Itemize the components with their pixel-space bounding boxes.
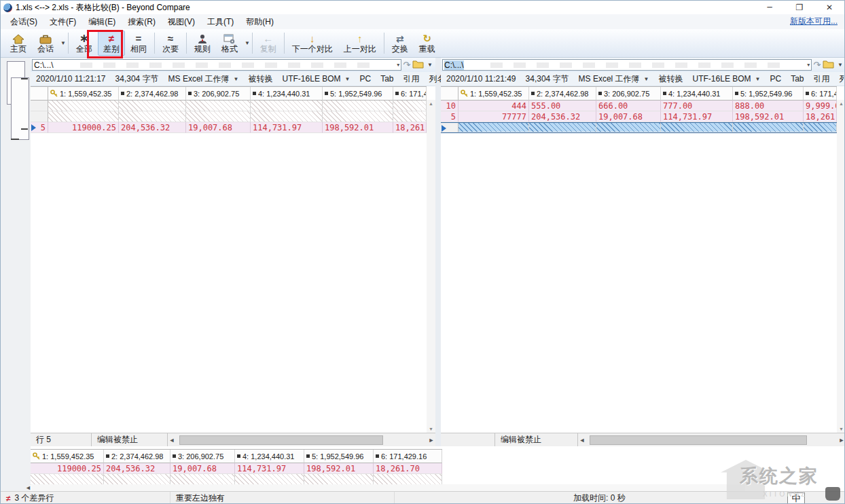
session-button[interactable]: 会话 xyxy=(32,31,59,56)
left-line-ending[interactable]: PC xyxy=(359,74,371,84)
show-same-button[interactable]: = 相同 xyxy=(125,31,152,56)
diff-cell: 18,261.7 xyxy=(804,111,837,122)
rules-button[interactable]: 规则 xyxy=(189,31,216,56)
home-button[interactable]: 主页 xyxy=(5,31,32,56)
left-vertical-scrollbar[interactable]: ▲▼ xyxy=(427,100,435,433)
combo-dropdown-icon[interactable]: ▾ xyxy=(397,62,399,68)
pane-divider[interactable] xyxy=(435,58,441,446)
column-header[interactable]: 5: 1,952,549.96 xyxy=(304,450,374,463)
format-dropdown-icon[interactable]: ▼ xyxy=(644,76,649,82)
column-type-icon xyxy=(395,92,399,95)
shortcut-icon[interactable]: ↷ xyxy=(813,60,821,70)
swap-sides-button[interactable]: ⇄ 交换 xyxy=(386,31,414,56)
right-quoting[interactable]: 引用 xyxy=(814,73,830,85)
menu-file[interactable]: 文件(F) xyxy=(44,15,82,29)
left-pane-statusbar: 行 5 编辑被禁止 ◄ ► xyxy=(31,433,435,446)
browse-dropdown-icon[interactable]: ▼ xyxy=(427,62,433,68)
left-format-select[interactable]: MS Excel 工作簿 xyxy=(168,73,230,85)
scrollbar-thumb[interactable] xyxy=(590,435,807,445)
column-header[interactable]: 4: 1,234,440.31 xyxy=(661,87,733,101)
column-header[interactable]: 2: 2,374,462.98 xyxy=(119,87,186,101)
combo-dropdown-icon[interactable]: ▾ xyxy=(807,62,810,68)
browse-dropdown-icon[interactable]: ▼ xyxy=(838,62,843,68)
right-horizontal-scrollbar[interactable]: ◄ ► xyxy=(578,433,845,446)
show-all-button[interactable]: ∗ 全部 xyxy=(71,31,98,56)
column-header[interactable]: 5: 1,952,549.96 xyxy=(733,87,804,101)
right-path-combo[interactable]: C:\...\ ▾ xyxy=(442,59,812,71)
column-type-icon xyxy=(121,92,124,95)
title-bar[interactable]: 1.xls <--> 2.xls - 表格比较(B) - Beyond Comp… xyxy=(1,1,844,14)
left-encoding-select[interactable]: UTF-16LE BOM xyxy=(283,74,341,84)
menu-tools[interactable]: 工具(T) xyxy=(202,15,239,29)
scroll-right-icon: ► xyxy=(838,437,845,444)
show-differences-button[interactable]: ≠ 差别 xyxy=(98,31,125,56)
copy-button[interactable]: ← 复制 xyxy=(255,31,282,56)
show-minor-button[interactable]: ≈ 次要 xyxy=(157,31,184,56)
right-delimiter[interactable]: Tab xyxy=(791,74,804,84)
diff-cell: 198,592.01 xyxy=(733,111,804,122)
menu-search[interactable]: 搜索(R) xyxy=(122,15,161,29)
session-dropdown-icon[interactable]: ▼ xyxy=(60,40,66,46)
right-row-5[interactable]: 5 77777 204,536.32 19,007.68 114,731.97 … xyxy=(441,111,837,122)
left-gap-row[interactable] xyxy=(31,101,427,111)
menu-view[interactable]: 视图(V) xyxy=(162,15,200,29)
column-header[interactable]: 1: 1,559,452.35 xyxy=(459,87,529,101)
scrollbar-thumb[interactable] xyxy=(179,435,383,445)
next-difference-button[interactable]: ↓ 下一个对比 xyxy=(287,31,338,56)
right-line-ending[interactable]: PC xyxy=(770,74,781,84)
column-header[interactable]: 4: 1,234,440.31 xyxy=(235,450,304,463)
menu-edit[interactable]: 编辑(E) xyxy=(83,15,121,29)
column-header[interactable]: 2: 2,374,462.98 xyxy=(104,450,170,463)
column-header[interactable]: 3: 206,902.75 xyxy=(596,87,661,101)
left-horizontal-scrollbar[interactable]: ◄ ► xyxy=(168,433,435,446)
diff-cell: 198,592.01 xyxy=(304,463,374,474)
left-gap-row[interactable] xyxy=(31,111,427,122)
shortcut-icon[interactable]: ↷ xyxy=(403,60,410,70)
left-delimiter[interactable]: Tab xyxy=(380,74,393,84)
left-row-5[interactable]: 5 119000.25 204,536.32 19,007.68 114,731… xyxy=(31,122,427,133)
format-dropdown-icon[interactable]: ▼ xyxy=(234,76,239,82)
right-format-select[interactable]: MS Excel 工作簿 xyxy=(579,73,640,85)
encoding-dropdown-icon[interactable]: ▼ xyxy=(345,76,350,82)
column-header[interactable]: 3: 206,902.75 xyxy=(186,87,251,101)
right-row-10[interactable]: 10 444 555.00 666.00 777.00 888.00 9,999… xyxy=(441,101,837,111)
left-file-info: 2020/1/10 11:21:17 34,304 字节 MS Excel 工作… xyxy=(31,72,435,86)
menu-session[interactable]: 会话(S) xyxy=(5,15,43,29)
browse-folder-icon[interactable] xyxy=(412,60,424,71)
right-col-names[interactable]: 列名称 xyxy=(840,73,845,85)
reload-button[interactable]: ↻ 重载 xyxy=(414,31,441,56)
column-header[interactable]: 3: 206,902.75 xyxy=(170,450,235,463)
format-dropdown-icon[interactable]: ▼ xyxy=(245,40,250,46)
left-path-combo[interactable]: C:\...\ ▾ xyxy=(32,59,401,71)
restore-button[interactable]: ❐ xyxy=(785,1,814,14)
diff-cell: 777.00 xyxy=(661,101,733,111)
new-version-link[interactable]: 新版本可用... xyxy=(790,16,838,27)
right-vertical-scrollbar[interactable]: ▲▼ xyxy=(837,100,845,433)
alignment-overview-strip[interactable] xyxy=(1,58,31,491)
column-header[interactable]: 1: 1,559,452.35 xyxy=(48,87,119,101)
format-button[interactable]: 格式 xyxy=(216,31,243,56)
left-quoting[interactable]: 引用 xyxy=(403,73,420,85)
browse-folder-icon[interactable] xyxy=(823,60,834,71)
column-header[interactable]: 6: 171,4 xyxy=(393,87,427,101)
ime-indicator[interactable]: 中 xyxy=(787,492,805,504)
detail-row[interactable]: 119000.25 204,536.32 19,007.68 114,731.9… xyxy=(31,463,442,474)
column-header[interactable]: 6: 171,4 xyxy=(804,87,837,101)
right-encoding-select[interactable]: UTF-16LE BOM xyxy=(693,74,751,84)
diff-cell: 204,536.32 xyxy=(529,111,596,122)
diff-count-label: 3 个差异行 xyxy=(15,492,54,504)
diff-cell: 119000.25 xyxy=(31,463,104,474)
column-header[interactable]: 2: 2,374,462.98 xyxy=(529,87,596,101)
close-button[interactable]: ✕ xyxy=(814,1,844,14)
minimize-button[interactable]: ─ xyxy=(755,1,785,14)
column-header[interactable]: 5: 1,952,549.96 xyxy=(323,87,393,101)
thumbnail-diff-mark xyxy=(21,78,28,79)
encoding-dropdown-icon[interactable]: ▼ xyxy=(755,76,761,82)
right-grid: 1: 1,559,452.35 2: 2,374,462.98 3: 206,9… xyxy=(441,86,837,133)
column-header[interactable]: 6: 171,429.16 xyxy=(374,450,442,463)
previous-difference-button[interactable]: ↑ 上一对比 xyxy=(338,31,382,56)
column-header[interactable]: 4: 1,234,440.31 xyxy=(251,87,323,101)
right-selected-gap-row[interactable] xyxy=(441,122,837,133)
menu-help[interactable]: 帮助(H) xyxy=(240,15,279,29)
column-header[interactable]: 1: 1,559,452.35 xyxy=(31,450,104,463)
